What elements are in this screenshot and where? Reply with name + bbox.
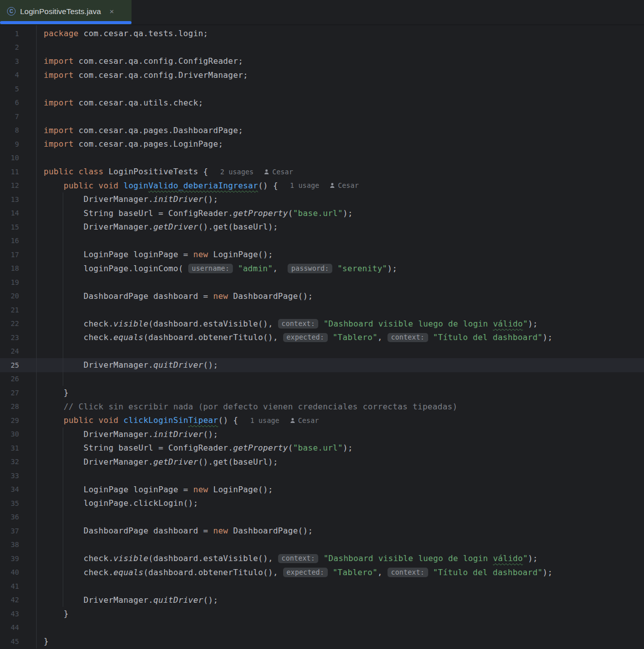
code-line[interactable]: 1package com.cesar.qa.tests.login; xyxy=(0,27,644,41)
code-line[interactable]: 37 DashboardPage dashboard = new Dashboa… xyxy=(0,524,644,538)
line-number[interactable]: 41 xyxy=(0,582,36,590)
code-line[interactable]: 12 public void loginValido_deberiaIngres… xyxy=(0,179,644,193)
code-line[interactable]: 22 check.visible(dashboard.estaVisible()… xyxy=(0,317,644,331)
line-number[interactable]: 23 xyxy=(0,334,36,342)
line-number[interactable]: 6 xyxy=(0,98,36,106)
line-number[interactable]: 5 xyxy=(0,85,36,93)
code-line[interactable]: 13 DriverManager.initDriver(); xyxy=(0,192,644,206)
code-line[interactable]: 20 DashboardPage dashboard = new Dashboa… xyxy=(0,289,644,303)
line-number[interactable]: 24 xyxy=(0,347,36,355)
author-annotation[interactable]: Cesar xyxy=(329,181,359,189)
line-number[interactable]: 9 xyxy=(0,140,36,148)
line-number[interactable]: 33 xyxy=(0,472,36,480)
code-line[interactable]: 19 xyxy=(0,275,644,289)
line-number[interactable]: 16 xyxy=(0,237,36,245)
close-icon[interactable]: × xyxy=(109,8,114,15)
line-number[interactable]: 43 xyxy=(0,610,36,618)
line-number[interactable]: 26 xyxy=(0,375,36,383)
line-number[interactable]: 27 xyxy=(0,389,36,397)
code-line[interactable]: 3import com.cesar.qa.config.ConfigReader… xyxy=(0,54,644,68)
code-line[interactable]: 35 loginPage.clickLogin(); xyxy=(0,496,644,510)
line-number[interactable]: 42 xyxy=(0,596,36,604)
code-line[interactable]: 39 check.visible(dashboard.estaVisible()… xyxy=(0,552,644,566)
code-line[interactable]: 36 xyxy=(0,510,644,524)
code-line[interactable]: 7 xyxy=(0,110,644,124)
code-line[interactable]: 24 xyxy=(0,345,644,359)
usages-hint[interactable]: 2 usages xyxy=(220,168,254,176)
code-line[interactable]: 38 xyxy=(0,538,644,552)
line-number[interactable]: 20 xyxy=(0,292,36,300)
author-annotation[interactable]: Cesar xyxy=(290,416,319,424)
code-line[interactable]: 40 check.equals(dashboard.obtenerTitulo(… xyxy=(0,566,644,580)
line-number[interactable]: 4 xyxy=(0,71,36,79)
line-number[interactable]: 1 xyxy=(0,30,36,38)
line-number[interactable]: 28 xyxy=(0,402,36,410)
code-editor[interactable]: 1package com.cesar.qa.tests.login;23impo… xyxy=(0,25,644,648)
code-line[interactable]: 29 public void clickLoginSinTipear() { 1… xyxy=(0,413,644,427)
code-line[interactable]: 31 String baseUrl = ConfigReader.getProp… xyxy=(0,441,644,455)
line-number[interactable]: 2 xyxy=(0,43,36,51)
line-number[interactable]: 13 xyxy=(0,195,36,203)
code-line[interactable]: 23 check.equals(dashboard.obtenerTitulo(… xyxy=(0,331,644,345)
line-number[interactable]: 11 xyxy=(0,168,36,176)
line-number[interactable]: 38 xyxy=(0,540,36,549)
code-line[interactable]: 43 } xyxy=(0,607,644,621)
line-number[interactable]: 30 xyxy=(0,430,36,438)
line-number[interactable]: 32 xyxy=(0,458,36,466)
code-line[interactable]: 27 } xyxy=(0,386,644,400)
line-number[interactable]: 25 xyxy=(0,361,36,369)
code-line[interactable]: 21 xyxy=(0,303,644,317)
code-line[interactable]: 5 xyxy=(0,82,644,96)
line-number[interactable]: 45 xyxy=(0,637,36,645)
code-text: } xyxy=(36,388,644,397)
line-number[interactable]: 8 xyxy=(0,126,36,134)
code-line[interactable]: 18 loginPage.loginComo( username: "admin… xyxy=(0,262,644,276)
line-number[interactable]: 15 xyxy=(0,223,36,231)
code-line[interactable]: 33 xyxy=(0,469,644,483)
line-number[interactable]: 19 xyxy=(0,278,36,286)
code-line[interactable]: 30 DriverManager.initDriver(); xyxy=(0,427,644,442)
code-line[interactable]: 11public class LoginPositiveTests { 2 us… xyxy=(0,165,644,179)
code-line[interactable]: 2 xyxy=(0,41,644,55)
line-number[interactable]: 10 xyxy=(0,154,36,162)
line-number[interactable]: 37 xyxy=(0,527,36,535)
line-number[interactable]: 35 xyxy=(0,499,36,507)
code-line[interactable]: 16 xyxy=(0,234,644,248)
line-number[interactable]: 22 xyxy=(0,319,36,328)
code-line[interactable]: 6import com.cesar.qa.utils.check; xyxy=(0,96,644,110)
line-number[interactable]: 17 xyxy=(0,251,36,259)
code-line[interactable]: 44 xyxy=(0,621,644,635)
code-line[interactable]: 45} xyxy=(0,634,644,648)
code-line[interactable]: 26 xyxy=(0,372,644,386)
line-number[interactable]: 36 xyxy=(0,513,36,521)
line-number[interactable]: 7 xyxy=(0,113,36,121)
code-line[interactable]: 14 String baseUrl = ConfigReader.getProp… xyxy=(0,206,644,221)
code-line[interactable]: 25 DriverManager.quitDriver(); xyxy=(0,358,644,372)
code-line[interactable]: 28 // Click sin escribir nada (por defec… xyxy=(0,400,644,414)
usages-hint[interactable]: 1 usage xyxy=(250,416,279,424)
code-line[interactable]: 32 DriverManager.getDriver().get(baseUrl… xyxy=(0,455,644,469)
line-number[interactable]: 18 xyxy=(0,264,36,272)
line-number[interactable]: 14 xyxy=(0,209,36,217)
line-number[interactable]: 3 xyxy=(0,57,36,65)
code-line[interactable]: 9import com.cesar.qa.pages.LoginPage; xyxy=(0,137,644,151)
line-number[interactable]: 21 xyxy=(0,306,36,314)
code-line[interactable]: 4import com.cesar.qa.config.DriverManage… xyxy=(0,68,644,82)
line-number[interactable]: 12 xyxy=(0,181,36,189)
code-line[interactable]: 41 xyxy=(0,579,644,593)
line-number[interactable]: 44 xyxy=(0,623,36,631)
code-line[interactable]: 15 DriverManager.getDriver().get(baseUrl… xyxy=(0,220,644,234)
code-line[interactable]: 42 DriverManager.quitDriver(); xyxy=(0,593,644,607)
tab-loginpositivetests[interactable]: C LoginPositiveTests.java × xyxy=(0,0,132,25)
code-line[interactable]: 8import com.cesar.qa.pages.DashboardPage… xyxy=(0,124,644,138)
usages-hint[interactable]: 1 usage xyxy=(290,181,319,189)
line-number[interactable]: 34 xyxy=(0,485,36,493)
line-number[interactable]: 31 xyxy=(0,444,36,452)
line-number[interactable]: 40 xyxy=(0,568,36,576)
line-number[interactable]: 29 xyxy=(0,416,36,424)
code-line[interactable]: 34 LoginPage loginPage = new LoginPage()… xyxy=(0,483,644,497)
code-line[interactable]: 10 xyxy=(0,151,644,165)
line-number[interactable]: 39 xyxy=(0,555,36,563)
author-annotation[interactable]: Cesar xyxy=(264,168,293,176)
code-line[interactable]: 17 LoginPage loginPage = new LoginPage()… xyxy=(0,248,644,262)
